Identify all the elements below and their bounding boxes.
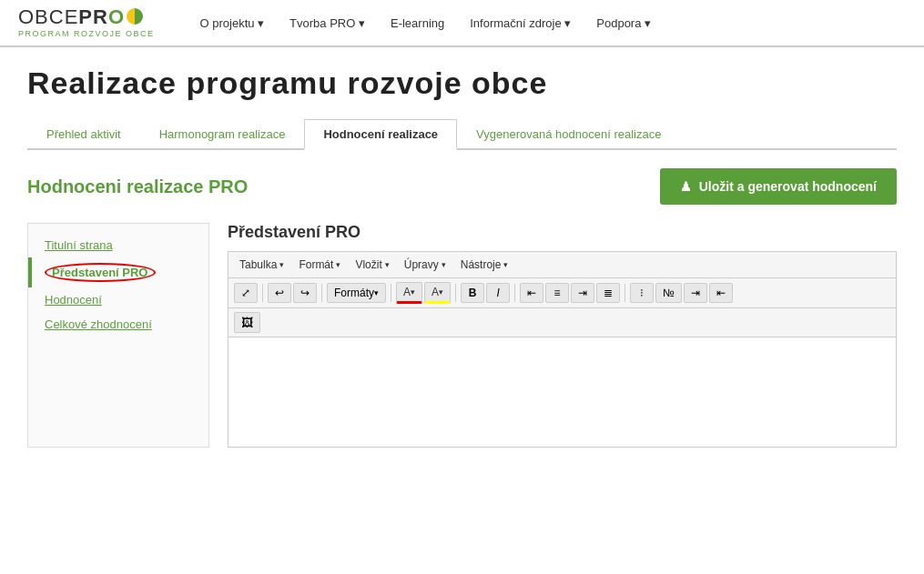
nastroje-caret: ▾ <box>503 260 508 269</box>
tab-harmonogram-realizace[interactable]: Harmonogram realizace <box>140 119 305 150</box>
menu-tabulka[interactable]: Tabulka ▾ <box>234 256 289 274</box>
editor-section-title: Představení PRO <box>228 223 897 242</box>
vlozit-caret: ▾ <box>385 260 390 269</box>
toolbar-unordered-list-btn[interactable]: ⁝ <box>630 283 654 303</box>
nav-link-o-projektu[interactable]: O projektu ▾ <box>200 16 265 30</box>
top-navigation: OBCEPRO PROGRAM ROZVOJE OBCE O projektu … <box>0 0 924 47</box>
logo-obce-text: OBCE <box>18 5 78 28</box>
menu-nastroje[interactable]: Nástroje ▾ <box>455 256 514 274</box>
toolbar-sep-6 <box>624 284 625 302</box>
menu-format[interactable]: Formát ▾ <box>293 256 346 274</box>
nav-link-elearning[interactable]: E-learning <box>391 16 444 30</box>
formats-caret: ▾ <box>374 288 379 297</box>
toolbar-align-justify-btn[interactable]: ≣ <box>596 283 620 303</box>
tab-hodnoceni-realizace[interactable]: Hodnocení realizace <box>304 119 457 150</box>
page-title: Realizace programu rozvoje obce <box>27 65 897 101</box>
editor-body[interactable] <box>228 337 896 447</box>
toolbar-formats-btn[interactable]: Formáty ▾ <box>327 283 386 303</box>
main-content: Realizace programu rozvoje obce Přehled … <box>0 47 924 466</box>
toolbar-sep-1 <box>262 284 263 302</box>
toolbar-indent-btn[interactable]: ⇥ <box>684 283 707 303</box>
toolbar-sep-5 <box>514 284 515 302</box>
toolbar-outdent-btn[interactable]: ⇤ <box>709 283 733 303</box>
toolbar-font-color-btn[interactable]: A ▾ <box>396 282 422 304</box>
toolbar-align-right-btn[interactable]: ⇥ <box>571 283 594 303</box>
nav-link-informacni-zdroje[interactable]: Informační zdroje ▾ <box>470 16 571 30</box>
logo-icon <box>127 8 143 25</box>
toolbar-undo-btn[interactable]: ↩ <box>268 283 291 303</box>
toolbar-sep-2 <box>321 284 322 302</box>
editor-area: Představení PRO Tabulka ▾ Formát ▾ Vloži… <box>228 223 897 448</box>
editor-container: Tabulka ▾ Formát ▾ Vložit ▾ Úpravy ▾ Nás… <box>228 251 897 448</box>
logo-pro-text: PRO <box>78 5 125 28</box>
toolbar-image-btn[interactable]: 🖼 <box>234 312 260 333</box>
tabulka-caret: ▾ <box>279 260 284 269</box>
logo-o-letter: O <box>108 5 125 28</box>
bg-color-caret: ▾ <box>439 287 443 297</box>
toolbar-align-left-btn[interactable]: ⇤ <box>520 283 543 303</box>
toolbar-bold-btn[interactable]: B <box>461 283 484 303</box>
tabs: Přehled aktivit Harmonogram realizace Ho… <box>27 119 897 150</box>
save-icon: ♟ <box>680 179 692 194</box>
font-color-caret: ▾ <box>411 287 415 297</box>
sidebar-item-titulni-strana[interactable]: Titulní strana <box>28 233 208 257</box>
sidebar-item-predstaveni-pro[interactable]: Představení PRO <box>28 257 208 287</box>
menu-upravy[interactable]: Úpravy ▾ <box>399 256 452 274</box>
logo-subtext: PROGRAM ROZVOJE OBCE <box>18 29 155 38</box>
section-header: Hodnoceni realizace PRO ♟ Uložit a gener… <box>27 168 897 205</box>
tab-vygenerovana-hodnoceni[interactable]: Vygenerovaná hodnocení realizace <box>457 119 680 150</box>
sidebar-item-hodnoceni[interactable]: Hodnocení <box>28 287 208 312</box>
nav-links: O projektu ▾ Tvorba PRO ▾ E-learning Inf… <box>200 16 906 30</box>
save-button-label: Uložit a generovat hodnocení <box>699 179 877 194</box>
body-area: Titulní strana Představení PRO Hodnocení… <box>27 223 897 448</box>
save-generate-button[interactable]: ♟ Uložit a generovat hodnocení <box>660 168 897 205</box>
sidebar: Titulní strana Představení PRO Hodnocení… <box>27 223 209 448</box>
tab-prehled-aktivit[interactable]: Přehled aktivit <box>27 119 140 150</box>
logo: OBCEPRO PROGRAM ROZVOJE OBCE <box>18 7 155 38</box>
toolbar-bg-color-btn[interactable]: A ▾ <box>424 282 451 304</box>
sidebar-item-label-circled: Představení PRO <box>45 263 156 282</box>
toolbar-align-center-btn[interactable]: ≡ <box>545 283 569 303</box>
editor-toolbar-row2: 🖼 <box>228 308 896 337</box>
toolbar-italic-btn[interactable]: I <box>486 283 510 303</box>
section-title: Hodnoceni realizace PRO <box>27 176 248 197</box>
toolbar-redo-btn[interactable]: ↪ <box>293 283 317 303</box>
upravy-caret: ▾ <box>442 260 446 269</box>
editor-menubar: Tabulka ▾ Formát ▾ Vložit ▾ Úpravy ▾ Nás… <box>228 252 896 278</box>
toolbar-expand-btn[interactable]: ⤢ <box>234 283 258 303</box>
sidebar-item-celkove-zhodnoceni[interactable]: Celkové zhodnocení <box>28 312 208 337</box>
editor-toolbar: ⤢ ↩ ↪ Formáty ▾ A ▾ A ▾ B I ⇤ ≡ ⇥ ≣ <box>228 278 896 308</box>
nav-link-podpora[interactable]: Podpora ▾ <box>596 16 651 30</box>
toolbar-sep-3 <box>391 284 391 302</box>
menu-vlozit[interactable]: Vložit ▾ <box>350 256 394 274</box>
toolbar-sep-4 <box>455 284 456 302</box>
nav-link-tvorba-pro[interactable]: Tvorba PRO ▾ <box>289 16 365 30</box>
toolbar-ordered-list-btn[interactable]: № <box>655 283 682 303</box>
format-caret: ▾ <box>336 260 340 269</box>
